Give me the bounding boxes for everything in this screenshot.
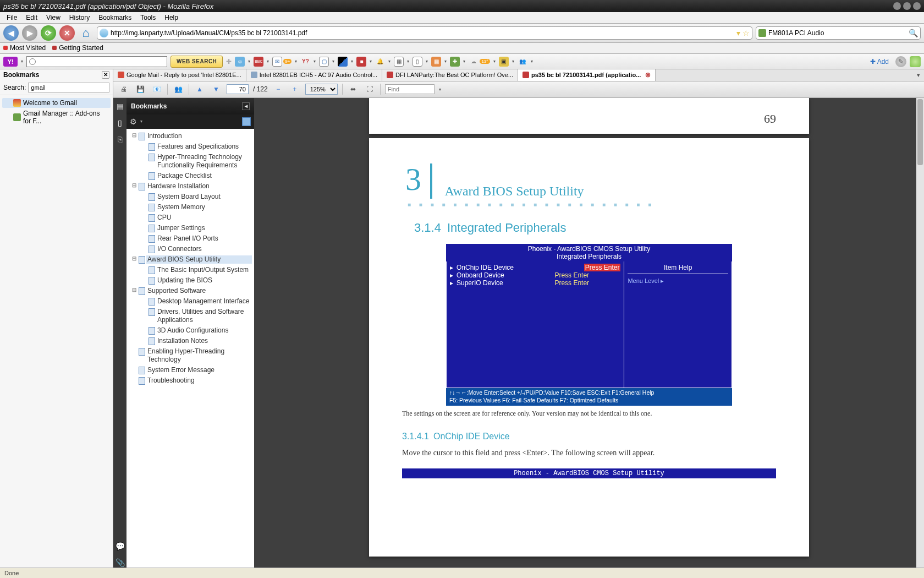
pdf-attach-file-icon[interactable]: 📎	[115, 558, 125, 568]
pdf-outline-item[interactable]: Rear Panel I/O Ports	[128, 233, 253, 244]
pdf-outline-item[interactable]: Updating the BIOS	[128, 275, 253, 286]
pdf-outline-item[interactable]: System Error Message	[128, 365, 253, 375]
toolbar-people-icon[interactable]: 👥	[518, 57, 527, 67]
pdf-outline-item[interactable]: ⊟Hardware Installation	[128, 181, 253, 192]
pdf-email-button[interactable]: 📧	[151, 83, 163, 95]
pdf-fit-width-button[interactable]: ⬌	[347, 83, 359, 95]
stop-button[interactable]: ✕	[59, 25, 75, 41]
pdf-bookmarks-options-icon[interactable]: ⚙	[130, 117, 137, 126]
outline-twisty-icon[interactable]: ⊟	[131, 255, 138, 261]
pdf-outline-item[interactable]: ⊟Introduction	[128, 131, 253, 141]
pdf-zoom-out-button[interactable]: −	[272, 83, 284, 95]
tab-close-icon[interactable]: ⊗	[645, 71, 651, 79]
pdf-zoom-select[interactable]: 125%	[305, 84, 338, 95]
sidebar-bookmark-item[interactable]: Gmail Manager :: Add-ons for F...	[2, 108, 111, 126]
pdf-outline-tree[interactable]: ⊟IntroductionFeatures and Specifications…	[127, 129, 254, 568]
toolbar-calendar-icon[interactable]: ▦	[394, 57, 404, 67]
menu-edit[interactable]: Edit	[21, 13, 42, 23]
outline-twisty-icon[interactable]: ⊟	[131, 132, 138, 138]
search-bar[interactable]: 🔍	[756, 26, 921, 40]
yahoo-search-input[interactable]	[26, 56, 167, 67]
scrollbar-thumb[interactable]	[917, 99, 923, 165]
pdf-attachments-panel-icon[interactable]: ⎘	[115, 134, 125, 144]
toolbar-y-icon[interactable]: Y?	[300, 57, 310, 67]
pdf-new-bookmark-icon[interactable]	[242, 117, 251, 126]
pdf-find-input[interactable]	[385, 84, 435, 94]
home-button[interactable]: ⌂	[78, 25, 94, 41]
toolbar-delicious-icon[interactable]	[338, 57, 348, 67]
pdf-zoom-in-button[interactable]: +	[289, 83, 301, 95]
sidebar-close-button[interactable]: ✕	[102, 71, 109, 79]
url-input[interactable]	[111, 29, 734, 37]
toolbar-app-icon[interactable]: ☺	[235, 57, 245, 67]
pdf-outline-item[interactable]: I/O Connectors	[128, 244, 253, 254]
toolbar-doc-icon[interactable]: ▯	[413, 57, 422, 67]
tab-pdf[interactable]: ps35 bc bl 721003141.pdf (applicatio...⊗	[518, 69, 656, 81]
toolbar-grid-icon[interactable]: ▦	[431, 57, 441, 67]
back-button[interactable]: ◀	[3, 25, 19, 41]
menu-bookmarks[interactable]: Bookmarks	[94, 13, 136, 23]
pdf-bookmarks-collapse-button[interactable]: ◂	[242, 102, 250, 110]
pdf-pages-panel-icon[interactable]: ▤	[115, 101, 125, 111]
toolbar-red-icon[interactable]: ■	[356, 57, 366, 67]
search-input[interactable]	[768, 29, 906, 37]
pdf-outline-item[interactable]: Troubleshooting	[128, 375, 253, 386]
pdf-page-scroll[interactable]: 69 3 Award BIOS Setup Utility ■ ■ ■ ■ ■ …	[254, 98, 924, 568]
yahoo-web-search-button[interactable]: WEB SEARCH	[170, 56, 223, 68]
pdf-outline-item[interactable]: Drivers, Utilities and Software Applicat…	[128, 307, 253, 325]
sidebar-bookmark-item[interactable]: Welcome to Gmail	[2, 98, 111, 108]
pdf-collab-button[interactable]: 👥	[172, 83, 184, 95]
pdf-outline-item[interactable]: Enabling Hyper-Threading Technology	[128, 346, 253, 365]
reload-button[interactable]: ⟳	[41, 25, 56, 41]
pdf-save-button[interactable]: 💾	[134, 83, 146, 95]
search-go-icon[interactable]: 🔍	[909, 29, 918, 37]
toolbar-cloud-icon[interactable]: ☁	[469, 57, 479, 67]
site-identity-icon[interactable]	[100, 29, 108, 37]
search-engine-icon[interactable]	[758, 29, 766, 37]
bookmark-most-visited[interactable]: Most Visited	[3, 44, 46, 52]
tab-dfi[interactable]: DFI LANParty:The Best OC Platform! Ove..…	[382, 69, 518, 81]
pdf-outline-item[interactable]: ⊟Award BIOS Setup Utility	[128, 254, 253, 265]
bookmark-getting-started[interactable]: Getting Started	[52, 44, 103, 52]
yahoo-status-icon[interactable]	[910, 56, 921, 67]
pdf-print-button[interactable]: 🖨	[118, 83, 130, 95]
menu-tools[interactable]: Tools	[136, 13, 160, 23]
pdf-outline-item[interactable]: Package Checklist	[128, 171, 253, 181]
toolbar-tv-icon[interactable]: ▣	[499, 57, 509, 67]
yahoo-settings-icon[interactable]: ✎	[895, 56, 906, 67]
pdf-outline-item[interactable]: Features and Specifications	[128, 141, 253, 152]
pdf-outline-item[interactable]: The Basic Input/Output System	[128, 265, 253, 275]
sidebar-search-input[interactable]	[28, 83, 109, 92]
toolbar-plus-icon[interactable]: ✚	[450, 57, 460, 67]
pdf-page-down-button[interactable]: ▼	[210, 83, 222, 95]
toolbar-news-icon[interactable]: BBC	[254, 57, 263, 67]
pdf-outline-item[interactable]: 3D Audio Configurations	[128, 325, 253, 336]
menu-file[interactable]: File	[2, 13, 21, 23]
pdf-page-up-button[interactable]: ▲	[194, 83, 206, 95]
pdf-outline-item[interactable]: Jumper Settings	[128, 223, 253, 233]
bookmark-star-icon[interactable]: ☆	[743, 29, 750, 37]
forward-button[interactable]: ▶	[22, 25, 37, 41]
tab-gmail[interactable]: Google Mail - Reply to post 'Intel 82801…	[113, 69, 246, 81]
yahoo-add-button[interactable]: ✚ Add	[870, 58, 892, 66]
pdf-outline-item[interactable]: Desktop Management Interface	[128, 296, 253, 307]
pdf-outline-item[interactable]: Installation Notes	[128, 336, 253, 346]
pdf-vertical-scrollbar[interactable]	[916, 98, 924, 568]
pdf-outline-item[interactable]: System Memory	[128, 202, 253, 212]
feed-icon[interactable]: ▾	[736, 29, 740, 37]
window-minimize-icon[interactable]	[893, 2, 901, 10]
pdf-page-input[interactable]	[227, 84, 249, 94]
pdf-fit-page-button[interactable]: ⛶	[364, 83, 376, 95]
outline-twisty-icon[interactable]: ⊟	[131, 182, 138, 188]
menu-help[interactable]: Help	[160, 13, 183, 23]
pdf-comments-panel-icon[interactable]: 💬	[115, 541, 125, 551]
pdf-outline-item[interactable]: ⊟Supported Software	[128, 286, 253, 296]
pdf-bookmarks-panel-icon[interactable]: ▯	[115, 118, 125, 128]
window-close-icon[interactable]	[913, 2, 921, 10]
pdf-outline-item[interactable]: CPU	[128, 212, 253, 223]
toolbar-note-icon[interactable]: ▢	[319, 57, 329, 67]
window-maximize-icon[interactable]	[903, 2, 911, 10]
url-bar[interactable]: ▾ ☆	[97, 26, 752, 40]
tab-intel[interactable]: Intel 82801EB ICH5 - AC'97 Audio Control…	[246, 69, 382, 81]
toolbar-bell-icon[interactable]: 🔔	[375, 57, 385, 67]
